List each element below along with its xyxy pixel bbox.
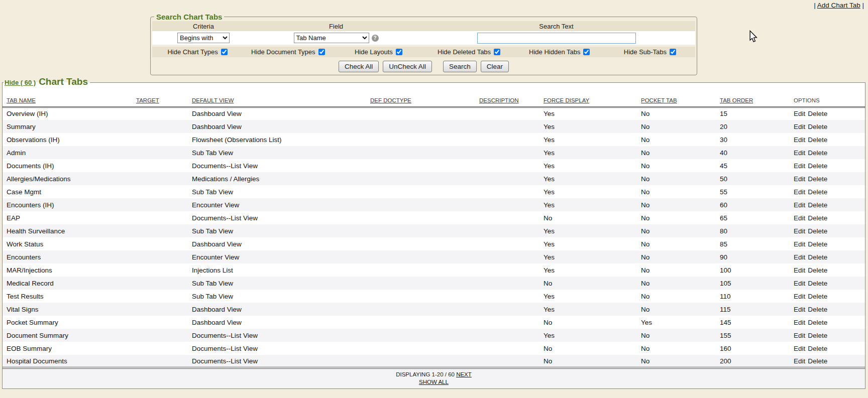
delete-link[interactable]: Delete	[808, 357, 827, 365]
cell-default-view: Sub Tab View	[188, 185, 366, 198]
delete-link[interactable]: Delete	[808, 110, 827, 117]
column-header-default-view[interactable]: DEFAULT VIEW	[192, 97, 234, 103]
hide-hidden-tabs-label: Hide Hidden Tabs	[529, 48, 580, 56]
cell-default-view: Injections List	[188, 263, 366, 277]
delete-link[interactable]: Delete	[808, 188, 827, 196]
criteria-select[interactable]: Begins with	[177, 33, 230, 43]
edit-link[interactable]: Edit	[794, 188, 805, 196]
cell-description	[475, 185, 539, 198]
cell-options: EditDelete	[790, 237, 865, 250]
cell-pocket-tab: No	[637, 290, 716, 303]
delete-link[interactable]: Delete	[808, 253, 827, 261]
cell-tab-order: 90	[716, 250, 790, 263]
cell-force-display: Yes	[539, 107, 637, 120]
hide-chart-types-checkbox[interactable]	[221, 49, 228, 55]
delete-link[interactable]: Delete	[808, 319, 827, 326]
delete-link[interactable]: Delete	[808, 240, 827, 248]
search-button[interactable]: Search	[443, 61, 477, 72]
delete-link[interactable]: Delete	[808, 332, 827, 339]
column-header-force-display[interactable]: FORCE DISPLAY	[544, 97, 589, 103]
delete-link[interactable]: Delete	[808, 267, 827, 274]
edit-link[interactable]: Edit	[794, 253, 805, 261]
delete-link[interactable]: Delete	[808, 293, 827, 300]
next-page-link[interactable]: NEXT	[456, 371, 472, 377]
column-header-tab-name[interactable]: TAB NAME	[7, 97, 36, 103]
edit-link[interactable]: Edit	[794, 214, 805, 222]
delete-link[interactable]: Delete	[808, 175, 827, 183]
hide-sub-tabs-label: Hide Sub-Tabs	[624, 48, 667, 56]
delete-link[interactable]: Delete	[808, 136, 827, 144]
delete-link[interactable]: Delete	[808, 345, 827, 352]
cell-def-doctype	[366, 159, 475, 172]
check-all-button[interactable]: Check All	[339, 61, 379, 72]
cell-def-doctype	[366, 250, 475, 263]
cell-tab-order: 145	[716, 316, 790, 329]
edit-link[interactable]: Edit	[794, 280, 805, 287]
cell-default-view: Sub Tab View	[188, 224, 366, 237]
edit-link[interactable]: Edit	[794, 110, 805, 117]
delete-link[interactable]: Delete	[808, 227, 827, 235]
hide-chart-types-label: Hide Chart Types	[167, 48, 218, 56]
cell-description	[475, 342, 539, 355]
column-header-target[interactable]: TARGET	[136, 97, 159, 103]
show-all-link[interactable]: SHOW ALL	[419, 379, 449, 385]
cell-def-doctype	[366, 329, 475, 342]
cell-description	[475, 303, 539, 316]
cell-tab-name: Hospital Documents	[3, 355, 132, 368]
search-criteria-table: Criteria Field Search Text Begins with T…	[152, 21, 695, 45]
edit-link[interactable]: Edit	[794, 306, 805, 313]
hide-sub-tabs-checkbox[interactable]	[670, 49, 676, 55]
hide-deleted-tabs-checkbox[interactable]	[494, 49, 500, 55]
cell-tab-order: 200	[716, 355, 790, 368]
cell-pocket-tab: No	[637, 172, 716, 185]
delete-link[interactable]: Delete	[808, 162, 827, 170]
hide-count-link[interactable]: Hide ( 60 )	[5, 79, 36, 86]
field-select[interactable]: Tab Name	[294, 33, 369, 43]
edit-link[interactable]: Edit	[794, 123, 805, 130]
add-chart-tab-link[interactable]: Add Chart Tab	[817, 2, 860, 9]
edit-link[interactable]: Edit	[794, 201, 805, 209]
cell-options: EditDelete	[790, 120, 865, 133]
edit-link[interactable]: Edit	[794, 293, 805, 300]
hide-document-types-checkbox[interactable]	[318, 49, 325, 55]
delete-link[interactable]: Delete	[808, 123, 827, 130]
column-header-def-doctype[interactable]: DEF DOCTYPE	[370, 97, 411, 103]
edit-link[interactable]: Edit	[794, 240, 805, 248]
hide-hidden-tabs-checkbox[interactable]	[583, 49, 590, 55]
help-icon[interactable]: ?	[372, 35, 379, 42]
edit-link[interactable]: Edit	[794, 162, 805, 170]
delete-link[interactable]: Delete	[808, 214, 827, 222]
delete-link[interactable]: Delete	[808, 201, 827, 209]
cell-tab-order: 160	[716, 342, 790, 355]
search-text-input[interactable]	[477, 33, 636, 44]
chart-tab-row: Case Mgmt Sub Tab View Yes No 55 EditDel…	[3, 185, 865, 198]
cell-target	[132, 159, 188, 172]
cell-force-display: Yes	[539, 159, 637, 172]
uncheck-all-button[interactable]: UnCheck All	[383, 61, 432, 72]
edit-link[interactable]: Edit	[794, 136, 805, 144]
edit-link[interactable]: Edit	[794, 267, 805, 274]
mouse-cursor	[749, 30, 758, 43]
cell-description	[475, 120, 539, 133]
edit-link[interactable]: Edit	[794, 175, 805, 183]
edit-link[interactable]: Edit	[794, 227, 805, 235]
chart-tab-row: Encounters Encounter View Yes No 90 Edit…	[3, 250, 865, 263]
delete-link[interactable]: Delete	[808, 280, 827, 287]
edit-link[interactable]: Edit	[794, 319, 805, 326]
column-header-pocket-tab[interactable]: POCKET TAB	[641, 97, 677, 103]
cell-pocket-tab: No	[637, 303, 716, 316]
hide-layouts-checkbox[interactable]	[396, 49, 402, 55]
column-header-tab-order[interactable]: TAB ORDER	[720, 97, 753, 103]
edit-link[interactable]: Edit	[794, 357, 805, 365]
chart-tab-row: EAP Documents--List View No No 65 EditDe…	[3, 211, 865, 224]
edit-link[interactable]: Edit	[794, 332, 805, 339]
edit-link[interactable]: Edit	[794, 345, 805, 352]
column-header-description[interactable]: DESCRIPTION	[479, 97, 519, 103]
clear-button[interactable]: Clear	[481, 61, 509, 72]
delete-link[interactable]: Delete	[808, 149, 827, 157]
cell-default-view: Documents--List View	[188, 342, 366, 355]
cell-target	[132, 316, 188, 329]
cell-description	[475, 237, 539, 250]
delete-link[interactable]: Delete	[808, 306, 827, 313]
edit-link[interactable]: Edit	[794, 149, 805, 157]
